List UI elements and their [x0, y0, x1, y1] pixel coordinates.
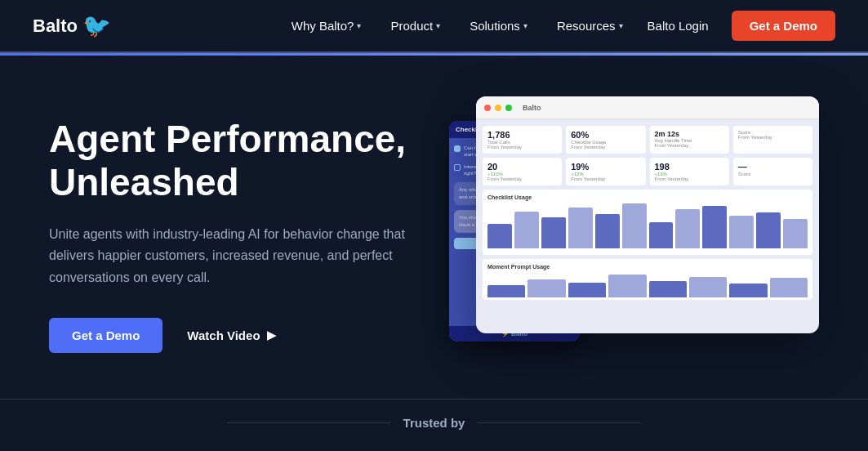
hero-title: Agent Performance, Unleashed: [49, 118, 441, 204]
logo[interactable]: Balto 🐦: [33, 12, 111, 39]
bar2-2: [527, 279, 565, 297]
bar-3: [541, 217, 566, 248]
hero-watch-video-button[interactable]: Watch Video ▶: [187, 328, 275, 342]
trusted-line-left: [227, 422, 390, 423]
hero-left: Agent Performance, Unleashed Unite agent…: [49, 118, 474, 353]
stat-card-calls: 1,786 Total Calls From Yesterday: [483, 126, 562, 154]
bar-4: [568, 208, 593, 248]
stat-card-198: 198 +13% From Yesterday: [650, 158, 729, 185]
chevron-down-icon: ▾: [357, 21, 361, 30]
dashboard-panel: Balto 1,786 Total Calls From Yesterday 6…: [476, 96, 819, 333]
chevron-down-icon: ▾: [523, 21, 527, 30]
bar-chart: [487, 203, 808, 248]
bar-chart-2: [487, 273, 808, 297]
watch-video-label: Watch Video: [187, 328, 260, 342]
stat-label-20: From Yesterday: [487, 176, 557, 181]
stat-card-20: 20 +110% From Yesterday: [483, 158, 562, 185]
bar-5: [595, 214, 620, 248]
bar2-3: [568, 283, 606, 297]
hero-get-demo-button[interactable]: Get a Demo: [49, 318, 162, 353]
bar2-8: [770, 278, 808, 297]
nav-item-product[interactable]: Product ▾: [379, 12, 452, 39]
logo-text: Balto: [33, 16, 78, 37]
checkbox-2: [454, 164, 461, 171]
stat-value-20: 20: [487, 162, 557, 172]
logo-bird-icon: 🐦: [82, 12, 111, 39]
hero-section: Agent Performance, Unleashed Unite agent…: [0, 56, 868, 399]
bar-6: [622, 203, 647, 248]
nav-link-product[interactable]: Product ▾: [379, 12, 452, 39]
hero-buttons: Get a Demo Watch Video ▶: [49, 318, 441, 353]
stat-label-198: From Yesterday: [655, 176, 724, 181]
trusted-line-right: [478, 422, 641, 423]
bar-8: [675, 209, 700, 248]
nav-get-demo-button[interactable]: Get a Demo: [732, 11, 835, 41]
traffic-light-green: [505, 105, 512, 111]
traffic-light-yellow: [495, 105, 501, 111]
dashboard-title: Balto: [523, 104, 541, 112]
navbar: Balto 🐦 Why Balto? ▾ Product ▾ Solutions…: [0, 0, 868, 53]
stat-value-time: 2m 12s: [655, 130, 724, 138]
trusted-text: Trusted by: [403, 416, 465, 430]
bar-1: [487, 224, 512, 248]
chart-area: Checklist Usage: [483, 190, 812, 255]
trusted-bar: Trusted by: [0, 399, 868, 446]
play-icon: ▶: [267, 328, 276, 342]
chart-title: Checklist Usage: [487, 194, 808, 200]
checkbox-1: [454, 145, 461, 152]
nav-link-why-balto[interactable]: Why Balto? ▾: [280, 12, 373, 39]
bar-9: [702, 206, 727, 248]
bar2-6: [689, 277, 727, 297]
stat-value-calls: 1,786: [487, 130, 557, 140]
bar-10: [729, 216, 754, 248]
bar2-1: [487, 285, 525, 297]
bar-2: [514, 212, 539, 248]
stat-card-19: 19% +12% From Yesterday: [566, 158, 645, 185]
bar-7: [649, 222, 674, 248]
nav-link-resources[interactable]: Resources ▾: [545, 12, 634, 39]
stat-card-time: 2m 12s Avg Handle Time From Yesterday: [650, 126, 729, 154]
balto-login-link[interactable]: Balto Login: [634, 12, 722, 39]
chart-title-2: Moment Prompt Usage: [487, 264, 808, 270]
bar-11: [756, 212, 781, 248]
bar2-7: [729, 284, 767, 297]
stat-value-19: 19%: [571, 162, 640, 172]
bar2-4: [608, 275, 646, 297]
hero-subtitle: Unite agents with industry-leading AI fo…: [49, 224, 425, 288]
traffic-light-red: [484, 105, 491, 111]
nav-links: Why Balto? ▾ Product ▾ Solutions ▾ Resou…: [280, 12, 634, 39]
stat-value-pct: 60%: [571, 130, 640, 140]
stat-card-blank: — Score: [733, 158, 812, 185]
bar-12: [783, 219, 808, 248]
nav-item-solutions[interactable]: Solutions ▾: [458, 12, 539, 39]
bar2-5: [649, 281, 687, 297]
chevron-down-icon: ▾: [619, 21, 623, 30]
stat-label-19: From Yesterday: [571, 176, 640, 181]
stat-card-pct: 60% Checklist Usage From Yesterday: [566, 126, 645, 154]
chart-area-2: Moment Prompt Usage: [483, 259, 812, 300]
stat-card-extra: Score From Yesterday: [733, 126, 812, 154]
nav-link-solutions[interactable]: Solutions ▾: [458, 12, 539, 39]
stat-value-198: 198: [655, 162, 724, 172]
dashboard-content: 1,786 Total Calls From Yesterday 60% Che…: [476, 119, 819, 306]
hero-image: Checklist Can I see what got you interes…: [474, 105, 819, 366]
dashboard-header: Balto: [476, 96, 819, 119]
nav-item-resources[interactable]: Resources ▾: [545, 12, 634, 39]
nav-item-why-balto[interactable]: Why Balto? ▾: [280, 12, 373, 39]
chevron-down-icon: ▾: [436, 21, 440, 30]
trusted-label: Trusted by: [49, 416, 819, 430]
